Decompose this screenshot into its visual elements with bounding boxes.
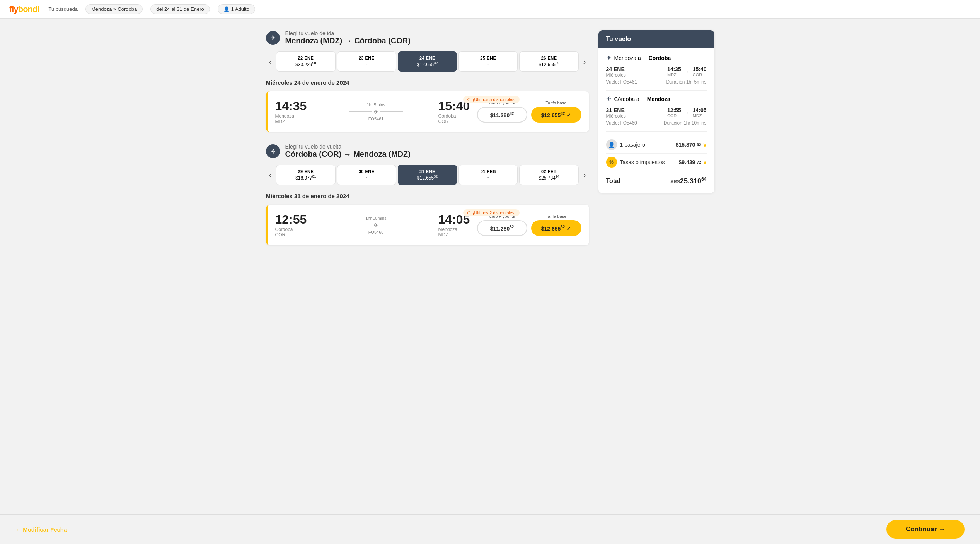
passengers-text: 1 Adulto bbox=[231, 6, 249, 12]
return-dep-city: Córdoba bbox=[275, 227, 314, 232]
summary-return-detail: 31 ENE Miércoles 12:55 COR → 14:05 MDZ bbox=[606, 107, 707, 119]
return-date-tab-0[interactable]: 29 ENE $18.97701 bbox=[276, 165, 335, 185]
return-origin: Córdoba bbox=[285, 150, 317, 158]
return-prev-date[interactable]: ‹ bbox=[266, 168, 275, 183]
total-label: Total bbox=[606, 178, 620, 185]
outbound-origin-code: MDZ bbox=[323, 36, 339, 45]
outbound-date-tab-3[interactable]: 25 ENE - bbox=[458, 51, 518, 72]
return-duration-block: 1hr 10mins ✈ FO5460 bbox=[314, 216, 438, 234]
outbound-date-tabs: 22 ENE $33.22990 23 ENE - 24 ENE $12.655… bbox=[276, 51, 579, 72]
tax-label: % Tasas o impuestos bbox=[606, 157, 665, 168]
total-row: Total ARS25.31064 bbox=[606, 171, 707, 187]
outbound-title-text: Elegí tu vuelo de ida Mendoza (MDZ) → Có… bbox=[285, 30, 411, 45]
return-club-btn[interactable]: $11.28082 bbox=[477, 220, 527, 236]
divider-1 bbox=[606, 90, 707, 91]
return-date-tab-4[interactable]: 02 FEB $25.78424 bbox=[519, 165, 578, 185]
outbound-date-tab-2[interactable]: 24 ENE $12.65532 bbox=[398, 51, 457, 72]
return-duration-text: 1hr 10mins bbox=[314, 216, 438, 221]
return-section: ✈ Elegí tu vuelo de vuelta Córdoba (COR)… bbox=[266, 144, 589, 245]
return-arr-city: Mendoza bbox=[438, 227, 477, 232]
outbound-base-btn[interactable]: $12.65532 ✓ bbox=[531, 107, 581, 123]
return-date-selector: ‹ 29 ENE $18.97701 30 ENE - 31 ENE $12.6… bbox=[266, 165, 589, 185]
main-content: ✈ Elegí tu vuelo de ida Mendoza (MDZ) → … bbox=[258, 19, 722, 288]
outbound-duration-text: 1hr 5mins bbox=[314, 103, 438, 107]
return-urgency: ⏱ ¡Últimos 2 disponibles! bbox=[463, 209, 520, 216]
return-date-tab-1[interactable]: 30 ENE - bbox=[337, 165, 396, 185]
passengers-row: 👤 1 pasajero $15.87092 ∨ bbox=[606, 136, 707, 154]
outbound-next-date[interactable]: › bbox=[580, 54, 589, 69]
passengers-pill[interactable]: 👤 1 Adulto bbox=[218, 4, 255, 14]
return-flight-num: FO5460 bbox=[314, 230, 438, 234]
outbound-flight-row: 14:35 Mendoza MDZ 1hr 5mins ✈ FO5461 15:… bbox=[275, 99, 581, 124]
return-next-date[interactable]: › bbox=[580, 168, 589, 183]
summary-body: ✈ Mendoza a Córdoba 24 ENE Miércoles 14:… bbox=[598, 48, 714, 193]
return-dep-block: 12:55 Córdoba COR bbox=[275, 212, 314, 238]
outbound-origin: Mendoza bbox=[285, 36, 319, 45]
continue-button[interactable]: Continuar → bbox=[886, 520, 965, 539]
outbound-prev-date[interactable]: ‹ bbox=[266, 54, 275, 69]
outbound-duration-block: 1hr 5mins ✈ FO5461 bbox=[314, 103, 438, 121]
return-dest: Mendoza bbox=[353, 150, 387, 158]
taxes-row: % Tasas o impuestos $9.43972 ∨ bbox=[606, 154, 707, 171]
passenger-icon: 👤 bbox=[223, 6, 230, 12]
return-date-tab-3[interactable]: 01 FEB - bbox=[458, 165, 518, 185]
total-price: ARS25.31064 bbox=[670, 176, 707, 185]
outbound-date-tab-4[interactable]: 26 ENE $12.65532 bbox=[519, 51, 578, 72]
outbound-date-tab-0[interactable]: 22 ENE $33.22990 bbox=[276, 51, 335, 72]
summary-header: Tu vuelo bbox=[598, 30, 714, 48]
summary-return-times: 12:55 COR → 14:05 MDZ bbox=[667, 107, 707, 118]
return-arr-iata: MDZ bbox=[438, 232, 477, 238]
return-origin-code: COR bbox=[322, 150, 339, 158]
pax-collapse-icon[interactable]: ∨ bbox=[703, 142, 707, 148]
return-fare-options: Club Flybondi $11.28082 Tarifa base $12.… bbox=[477, 214, 581, 236]
outbound-line-plane-icon: ✈ bbox=[374, 109, 378, 115]
modify-date-button[interactable]: ← Modificar Fecha bbox=[15, 526, 67, 533]
right-panel: Tu vuelo ✈ Mendoza a Córdoba 24 ENE Miér… bbox=[598, 30, 714, 257]
header-tagline: Tu búsqueda bbox=[49, 6, 78, 12]
dates-pill[interactable]: del 24 al 31 de Enero bbox=[150, 4, 210, 14]
outbound-club-btn[interactable]: $11.28082 bbox=[477, 107, 527, 123]
return-date-tab-2[interactable]: 31 ENE $12.65532 bbox=[398, 165, 457, 185]
outbound-dep-iata: MDZ bbox=[275, 119, 314, 124]
outbound-arr-city: Córdoba bbox=[438, 113, 477, 119]
route-text: Mendoza > Córdoba bbox=[91, 6, 137, 12]
return-flight-row: 12:55 Córdoba COR 1hr 10mins ✈ FO5460 bbox=[275, 212, 581, 238]
summary-outbound-times: 14:35 MDZ → 15:40 COR bbox=[667, 66, 707, 77]
outbound-section-title: ✈ Elegí tu vuelo de ida Mendoza (MDZ) → … bbox=[266, 30, 589, 45]
summary-panel: Tu vuelo ✈ Mendoza a Córdoba 24 ENE Miér… bbox=[598, 30, 714, 193]
summary-return-flight-row: Vuelo: FO5460 Duración 1hr 10mins bbox=[606, 120, 707, 126]
route-pill[interactable]: Mendoza > Córdoba bbox=[85, 4, 143, 14]
return-plane-icon: ✈ bbox=[266, 144, 280, 158]
summary-return-date: 31 ENE Miércoles bbox=[606, 107, 626, 119]
summary-outbound-plane-icon: ✈ bbox=[606, 54, 611, 62]
header: flybondi Tu búsqueda Mendoza > Córdoba d… bbox=[0, 0, 980, 19]
return-base-fare: Tarifa base $12.65532 ✓ bbox=[531, 214, 581, 236]
outbound-base-label: Tarifa base bbox=[531, 101, 581, 105]
return-title-text: Elegí tu vuelo de vuelta Córdoba (COR) →… bbox=[285, 144, 411, 159]
outbound-date-tab-1[interactable]: 23 ENE - bbox=[337, 51, 396, 72]
return-dest-code: MDZ bbox=[391, 150, 408, 158]
outbound-dep-time: 14:35 bbox=[275, 99, 314, 113]
summary-return-route: ✈ Córdoba a Mendoza bbox=[606, 95, 707, 103]
outbound-arr-iata: COR bbox=[438, 119, 477, 124]
outbound-subtitle: Elegí tu vuelo de ida bbox=[285, 30, 334, 36]
logo: flybondi bbox=[9, 4, 39, 14]
summary-outbound-flight-row: Vuelo: FO5461 Duración 1hr 5mins bbox=[606, 79, 707, 85]
outbound-club-fare: Club Flybondi $11.28082 bbox=[477, 101, 527, 123]
footer: ← Modificar Fecha Continuar → bbox=[0, 514, 980, 544]
outbound-plane-icon: ✈ bbox=[266, 31, 280, 45]
outbound-urgency: ⏱ ¡Últimos 5 disponibles! bbox=[463, 96, 520, 103]
return-subtitle: Elegí tu vuelo de vuelta bbox=[285, 144, 342, 150]
outbound-dest-code: COR bbox=[391, 36, 408, 45]
tax-icon: % bbox=[606, 157, 617, 168]
return-section-title: ✈ Elegí tu vuelo de vuelta Córdoba (COR)… bbox=[266, 144, 589, 159]
outbound-arrow: → bbox=[344, 36, 355, 45]
return-dep-time: 12:55 bbox=[275, 212, 314, 227]
summary-outbound-detail: 24 ENE Miércoles 14:35 MDZ → 15:40 COR bbox=[606, 66, 707, 78]
outbound-flight-num: FO5461 bbox=[314, 116, 438, 121]
outbound-flight-card: ⏱ ¡Últimos 5 disponibles! 14:35 Mendoza … bbox=[266, 91, 589, 132]
outbound-day-header: Miércoles 24 de enero de 2024 bbox=[266, 79, 589, 86]
return-base-btn[interactable]: $12.65532 ✓ bbox=[531, 220, 581, 236]
return-line-plane-icon: ✈ bbox=[374, 222, 378, 228]
tax-collapse-icon[interactable]: ∨ bbox=[703, 159, 707, 165]
